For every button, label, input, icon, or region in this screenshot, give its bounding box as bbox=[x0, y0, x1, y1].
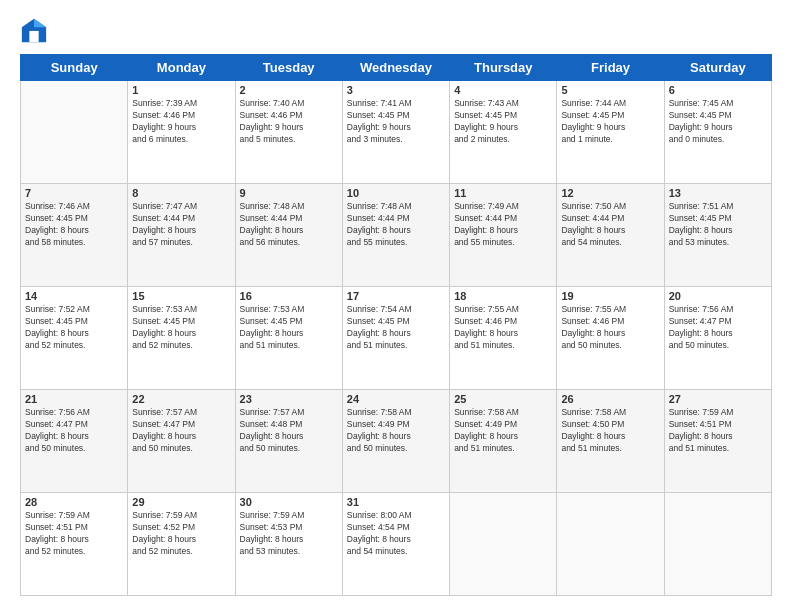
calendar-cell: 16Sunrise: 7:53 AM Sunset: 4:45 PM Dayli… bbox=[235, 287, 342, 390]
calendar-cell: 3Sunrise: 7:41 AM Sunset: 4:45 PM Daylig… bbox=[342, 81, 449, 184]
day-info: Sunrise: 7:59 AM Sunset: 4:51 PM Dayligh… bbox=[669, 407, 767, 455]
calendar-cell: 27Sunrise: 7:59 AM Sunset: 4:51 PM Dayli… bbox=[664, 390, 771, 493]
day-number: 5 bbox=[561, 84, 659, 96]
calendar-cell bbox=[21, 81, 128, 184]
day-number: 4 bbox=[454, 84, 552, 96]
calendar-cell: 18Sunrise: 7:55 AM Sunset: 4:46 PM Dayli… bbox=[450, 287, 557, 390]
day-number: 18 bbox=[454, 290, 552, 302]
weekday-header-tuesday: Tuesday bbox=[235, 55, 342, 81]
day-number: 10 bbox=[347, 187, 445, 199]
day-number: 17 bbox=[347, 290, 445, 302]
calendar-cell: 12Sunrise: 7:50 AM Sunset: 4:44 PM Dayli… bbox=[557, 184, 664, 287]
day-info: Sunrise: 7:59 AM Sunset: 4:53 PM Dayligh… bbox=[240, 510, 338, 558]
calendar-cell: 24Sunrise: 7:58 AM Sunset: 4:49 PM Dayli… bbox=[342, 390, 449, 493]
day-number: 21 bbox=[25, 393, 123, 405]
logo-icon bbox=[20, 16, 48, 44]
day-number: 22 bbox=[132, 393, 230, 405]
day-info: Sunrise: 7:58 AM Sunset: 4:50 PM Dayligh… bbox=[561, 407, 659, 455]
day-info: Sunrise: 7:48 AM Sunset: 4:44 PM Dayligh… bbox=[347, 201, 445, 249]
day-info: Sunrise: 7:53 AM Sunset: 4:45 PM Dayligh… bbox=[132, 304, 230, 352]
day-number: 24 bbox=[347, 393, 445, 405]
calendar-cell: 9Sunrise: 7:48 AM Sunset: 4:44 PM Daylig… bbox=[235, 184, 342, 287]
svg-marker-1 bbox=[34, 19, 46, 27]
calendar-cell: 28Sunrise: 7:59 AM Sunset: 4:51 PM Dayli… bbox=[21, 493, 128, 596]
calendar-week-4: 21Sunrise: 7:56 AM Sunset: 4:47 PM Dayli… bbox=[21, 390, 772, 493]
calendar-cell bbox=[450, 493, 557, 596]
calendar-cell: 23Sunrise: 7:57 AM Sunset: 4:48 PM Dayli… bbox=[235, 390, 342, 493]
weekday-header-saturday: Saturday bbox=[664, 55, 771, 81]
day-info: Sunrise: 8:00 AM Sunset: 4:54 PM Dayligh… bbox=[347, 510, 445, 558]
day-number: 31 bbox=[347, 496, 445, 508]
day-number: 11 bbox=[454, 187, 552, 199]
day-info: Sunrise: 7:41 AM Sunset: 4:45 PM Dayligh… bbox=[347, 98, 445, 146]
day-info: Sunrise: 7:51 AM Sunset: 4:45 PM Dayligh… bbox=[669, 201, 767, 249]
calendar-cell: 14Sunrise: 7:52 AM Sunset: 4:45 PM Dayli… bbox=[21, 287, 128, 390]
day-info: Sunrise: 7:56 AM Sunset: 4:47 PM Dayligh… bbox=[669, 304, 767, 352]
weekday-header-monday: Monday bbox=[128, 55, 235, 81]
day-info: Sunrise: 7:59 AM Sunset: 4:51 PM Dayligh… bbox=[25, 510, 123, 558]
calendar-cell: 7Sunrise: 7:46 AM Sunset: 4:45 PM Daylig… bbox=[21, 184, 128, 287]
calendar-cell: 13Sunrise: 7:51 AM Sunset: 4:45 PM Dayli… bbox=[664, 184, 771, 287]
day-info: Sunrise: 7:57 AM Sunset: 4:47 PM Dayligh… bbox=[132, 407, 230, 455]
day-info: Sunrise: 7:39 AM Sunset: 4:46 PM Dayligh… bbox=[132, 98, 230, 146]
calendar-week-5: 28Sunrise: 7:59 AM Sunset: 4:51 PM Dayli… bbox=[21, 493, 772, 596]
calendar-table: SundayMondayTuesdayWednesdayThursdayFrid… bbox=[20, 54, 772, 596]
day-info: Sunrise: 7:58 AM Sunset: 4:49 PM Dayligh… bbox=[347, 407, 445, 455]
day-number: 3 bbox=[347, 84, 445, 96]
day-info: Sunrise: 7:58 AM Sunset: 4:49 PM Dayligh… bbox=[454, 407, 552, 455]
day-number: 13 bbox=[669, 187, 767, 199]
calendar-cell: 6Sunrise: 7:45 AM Sunset: 4:45 PM Daylig… bbox=[664, 81, 771, 184]
day-number: 26 bbox=[561, 393, 659, 405]
day-number: 6 bbox=[669, 84, 767, 96]
day-info: Sunrise: 7:44 AM Sunset: 4:45 PM Dayligh… bbox=[561, 98, 659, 146]
calendar-cell: 17Sunrise: 7:54 AM Sunset: 4:45 PM Dayli… bbox=[342, 287, 449, 390]
calendar-cell: 29Sunrise: 7:59 AM Sunset: 4:52 PM Dayli… bbox=[128, 493, 235, 596]
day-number: 25 bbox=[454, 393, 552, 405]
weekday-header-friday: Friday bbox=[557, 55, 664, 81]
calendar-week-2: 7Sunrise: 7:46 AM Sunset: 4:45 PM Daylig… bbox=[21, 184, 772, 287]
day-number: 30 bbox=[240, 496, 338, 508]
calendar-week-3: 14Sunrise: 7:52 AM Sunset: 4:45 PM Dayli… bbox=[21, 287, 772, 390]
calendar-cell: 21Sunrise: 7:56 AM Sunset: 4:47 PM Dayli… bbox=[21, 390, 128, 493]
logo bbox=[20, 16, 52, 44]
header bbox=[20, 16, 772, 44]
day-number: 14 bbox=[25, 290, 123, 302]
day-number: 15 bbox=[132, 290, 230, 302]
calendar-cell bbox=[664, 493, 771, 596]
calendar-cell: 5Sunrise: 7:44 AM Sunset: 4:45 PM Daylig… bbox=[557, 81, 664, 184]
weekday-header-wednesday: Wednesday bbox=[342, 55, 449, 81]
day-number: 16 bbox=[240, 290, 338, 302]
day-number: 23 bbox=[240, 393, 338, 405]
day-number: 2 bbox=[240, 84, 338, 96]
page: SundayMondayTuesdayWednesdayThursdayFrid… bbox=[0, 0, 792, 612]
weekday-header-row: SundayMondayTuesdayWednesdayThursdayFrid… bbox=[21, 55, 772, 81]
day-info: Sunrise: 7:59 AM Sunset: 4:52 PM Dayligh… bbox=[132, 510, 230, 558]
calendar-cell: 22Sunrise: 7:57 AM Sunset: 4:47 PM Dayli… bbox=[128, 390, 235, 493]
calendar-cell: 2Sunrise: 7:40 AM Sunset: 4:46 PM Daylig… bbox=[235, 81, 342, 184]
day-info: Sunrise: 7:47 AM Sunset: 4:44 PM Dayligh… bbox=[132, 201, 230, 249]
svg-rect-2 bbox=[29, 31, 38, 42]
calendar-cell bbox=[557, 493, 664, 596]
calendar-week-1: 1Sunrise: 7:39 AM Sunset: 4:46 PM Daylig… bbox=[21, 81, 772, 184]
day-number: 9 bbox=[240, 187, 338, 199]
calendar-cell: 11Sunrise: 7:49 AM Sunset: 4:44 PM Dayli… bbox=[450, 184, 557, 287]
day-number: 27 bbox=[669, 393, 767, 405]
day-number: 28 bbox=[25, 496, 123, 508]
calendar-cell: 8Sunrise: 7:47 AM Sunset: 4:44 PM Daylig… bbox=[128, 184, 235, 287]
calendar-cell: 30Sunrise: 7:59 AM Sunset: 4:53 PM Dayli… bbox=[235, 493, 342, 596]
calendar-cell: 10Sunrise: 7:48 AM Sunset: 4:44 PM Dayli… bbox=[342, 184, 449, 287]
day-number: 7 bbox=[25, 187, 123, 199]
day-info: Sunrise: 7:57 AM Sunset: 4:48 PM Dayligh… bbox=[240, 407, 338, 455]
day-info: Sunrise: 7:50 AM Sunset: 4:44 PM Dayligh… bbox=[561, 201, 659, 249]
calendar-cell: 1Sunrise: 7:39 AM Sunset: 4:46 PM Daylig… bbox=[128, 81, 235, 184]
calendar-cell: 4Sunrise: 7:43 AM Sunset: 4:45 PM Daylig… bbox=[450, 81, 557, 184]
day-number: 8 bbox=[132, 187, 230, 199]
day-info: Sunrise: 7:55 AM Sunset: 4:46 PM Dayligh… bbox=[454, 304, 552, 352]
day-info: Sunrise: 7:56 AM Sunset: 4:47 PM Dayligh… bbox=[25, 407, 123, 455]
calendar-cell: 15Sunrise: 7:53 AM Sunset: 4:45 PM Dayli… bbox=[128, 287, 235, 390]
calendar-cell: 19Sunrise: 7:55 AM Sunset: 4:46 PM Dayli… bbox=[557, 287, 664, 390]
day-info: Sunrise: 7:52 AM Sunset: 4:45 PM Dayligh… bbox=[25, 304, 123, 352]
day-number: 19 bbox=[561, 290, 659, 302]
day-info: Sunrise: 7:48 AM Sunset: 4:44 PM Dayligh… bbox=[240, 201, 338, 249]
calendar-cell: 20Sunrise: 7:56 AM Sunset: 4:47 PM Dayli… bbox=[664, 287, 771, 390]
